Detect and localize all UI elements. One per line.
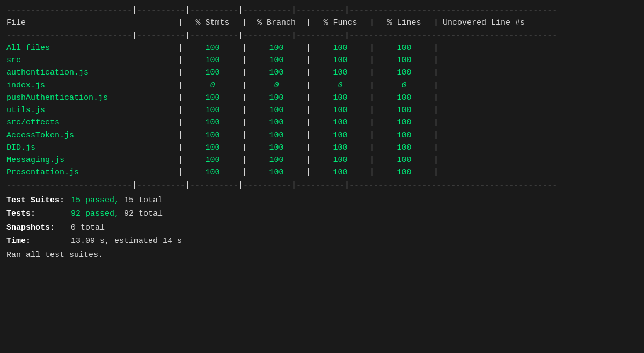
summary-section: Test Suites: 15 passed, 15 total Tests: …: [6, 194, 638, 262]
cell-branch: 100: [247, 142, 306, 154]
divider-bottom: --------------------------|----------|--…: [6, 179, 638, 192]
table-row: DID.js|100|100|100|100|: [6, 142, 638, 154]
tests-row: Tests: 92 passed, 92 total: [6, 207, 638, 221]
cell-file: AccessToken.js: [6, 129, 178, 142]
cell-lines: 100: [375, 129, 434, 142]
cell-funcs: 100: [311, 104, 370, 116]
tests-total: 92 total: [124, 209, 163, 218]
cell-file: authentication.js: [6, 67, 178, 79]
cell-funcs: 100: [311, 166, 370, 179]
header-funcs: % Funcs: [311, 17, 370, 29]
header-uncovered: Uncovered Line #s: [438, 17, 638, 29]
cell-file: All files: [6, 42, 178, 54]
snapshots-label: Snapshots:: [6, 221, 71, 235]
header-lines: % Lines: [375, 17, 434, 29]
cell-branch: 100: [247, 54, 306, 67]
cell-file: utils.js: [6, 104, 178, 116]
cell-funcs: 100: [311, 92, 370, 104]
cell-stmts: 100: [183, 92, 242, 104]
suites-label: Test Suites:: [6, 194, 71, 208]
header-stmts: % Stmts: [183, 17, 242, 29]
time-row: Time: 13.09 s, estimated 14 s: [6, 234, 638, 248]
cell-stmts: 100: [183, 166, 242, 179]
cell-lines: 100: [375, 154, 434, 166]
cell-stmts: 100: [183, 54, 242, 67]
suites-total: 15 total: [124, 196, 163, 205]
cell-file: src: [6, 54, 178, 67]
cell-stmts: 100: [183, 116, 242, 129]
table-row: Presentation.js|100|100|100|100|: [6, 166, 638, 179]
table-row: src/effects|100|100|100|100|: [6, 116, 638, 129]
cell-lines: 100: [375, 104, 434, 116]
cell-lines: 100: [375, 67, 434, 79]
cell-branch: 100: [247, 92, 306, 104]
cell-lines: 100: [375, 92, 434, 104]
cell-branch: 100: [247, 154, 306, 166]
cell-branch: 100: [247, 129, 306, 142]
cell-branch: 100: [247, 166, 306, 179]
cell-stmts: 100: [183, 142, 242, 154]
cell-file: DID.js: [6, 142, 178, 154]
table-body: All files|100|100|100|100| src|100|100|1…: [6, 42, 638, 179]
cell-file: index.js: [6, 79, 178, 92]
cell-funcs: 100: [311, 116, 370, 129]
cell-file: pushAuthentication.js: [6, 92, 178, 104]
suites-passed: 15 passed,: [71, 196, 119, 205]
table-row: AccessToken.js|100|100|100|100|: [6, 129, 638, 142]
cell-funcs: 100: [311, 54, 370, 67]
cell-lines: 100: [375, 166, 434, 179]
cell-branch: 100: [247, 104, 306, 116]
time-label: Time:: [6, 234, 71, 248]
snapshots-value: 0 total: [71, 221, 105, 235]
table-row: Messaging.js|100|100|100|100|: [6, 154, 638, 166]
cell-funcs: 100: [311, 42, 370, 54]
cell-lines: 100: [375, 142, 434, 154]
table-header: File | % Stmts | % Branch | % Funcs | % …: [6, 17, 638, 29]
table-row: index.js|0|0|0|0|: [6, 79, 638, 92]
cell-funcs: 100: [311, 129, 370, 142]
header-file: File: [6, 17, 178, 29]
table-row: All files|100|100|100|100|: [6, 42, 638, 54]
cell-stmts: 100: [183, 129, 242, 142]
cell-lines: 100: [375, 42, 434, 54]
snapshots-row: Snapshots: 0 total: [6, 221, 638, 235]
cell-file: src/effects: [6, 116, 178, 129]
cell-stmts: 100: [183, 154, 242, 166]
time-value: 13.09 s, estimated 14 s: [71, 234, 182, 248]
coverage-table: --------------------------|----------|--…: [6, 4, 638, 192]
table-row: pushAuthentication.js|100|100|100|100|: [6, 92, 638, 104]
table-row: src|100|100|100|100|: [6, 54, 638, 67]
cell-stmts: 0: [183, 79, 242, 92]
cell-funcs: 0: [311, 79, 370, 92]
cell-stmts: 100: [183, 42, 242, 54]
cell-file: Presentation.js: [6, 166, 178, 179]
cell-funcs: 100: [311, 154, 370, 166]
cell-lines: 0: [375, 79, 434, 92]
cell-stmts: 100: [183, 104, 242, 116]
table-row: authentication.js|100|100|100|100|: [6, 67, 638, 79]
cell-file: Messaging.js: [6, 154, 178, 166]
cell-funcs: 100: [311, 67, 370, 79]
table-row: utils.js|100|100|100|100|: [6, 104, 638, 116]
header-branch: % Branch: [247, 17, 306, 29]
cell-branch: 100: [247, 67, 306, 79]
divider-top: --------------------------|----------|--…: [6, 4, 638, 17]
tests-label: Tests:: [6, 207, 71, 221]
cell-branch: 0: [247, 79, 306, 92]
footer-text: Ran all test suites.: [6, 248, 103, 262]
cell-lines: 100: [375, 54, 434, 67]
cell-stmts: 100: [183, 67, 242, 79]
terminal-container: --------------------------|----------|--…: [0, 0, 644, 353]
cell-lines: 100: [375, 116, 434, 129]
suites-row: Test Suites: 15 passed, 15 total: [6, 194, 638, 208]
cell-branch: 100: [247, 116, 306, 129]
footer-row: Ran all test suites.: [6, 248, 638, 262]
cell-funcs: 100: [311, 142, 370, 154]
divider-sub: --------------------------|----------|--…: [6, 30, 638, 42]
tests-passed: 92 passed,: [71, 209, 119, 218]
cell-branch: 100: [247, 42, 306, 54]
